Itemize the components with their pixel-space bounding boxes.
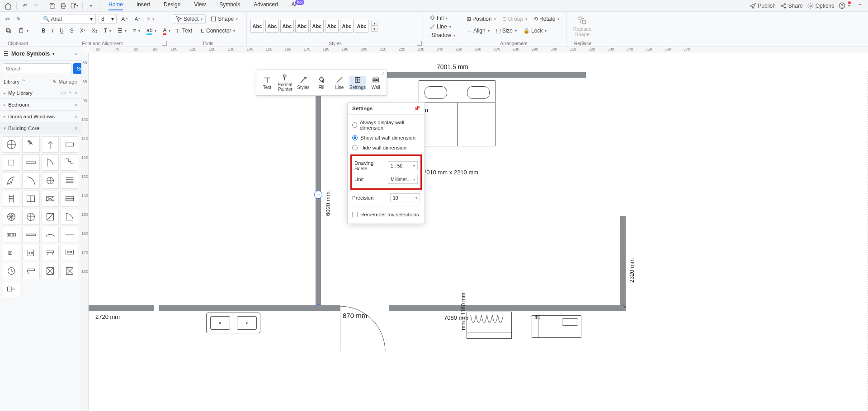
font-name-select[interactable]: 🔍 Arial▾ bbox=[40, 14, 96, 24]
bullets-button[interactable]: ≡▾ bbox=[131, 27, 142, 35]
furniture-wardrobe[interactable] bbox=[419, 80, 495, 146]
highlight-button[interactable]: ab▾ bbox=[145, 26, 158, 36]
position-button[interactable]: ⊞ Position▾ bbox=[465, 15, 498, 23]
tab-design[interactable]: Design bbox=[164, 1, 180, 10]
drawing-canvas[interactable]: 7001.5 mm ↔ 6020 mm 2010 mm x 2210 mm m bbox=[89, 53, 868, 411]
tab-ai[interactable]: AIhot bbox=[292, 1, 306, 10]
add-icon[interactable]: + bbox=[69, 90, 72, 96]
symbol-clock[interactable] bbox=[3, 263, 20, 279]
symbol-outlet[interactable] bbox=[22, 245, 40, 261]
style-preset-1[interactable]: Abc bbox=[250, 20, 264, 33]
symbol-stair-curve1[interactable] bbox=[3, 173, 20, 189]
group-button[interactable]: ⊡ Group▾ bbox=[500, 15, 529, 23]
unit-select[interactable]: Millimet...▾ bbox=[388, 175, 418, 184]
lock-button[interactable]: 🔒 Lock▾ bbox=[521, 27, 548, 35]
symbol-diag[interactable] bbox=[42, 209, 59, 225]
fill-button[interactable]: Fill▾ bbox=[428, 14, 457, 22]
text-tool-button[interactable]: Text bbox=[173, 27, 194, 35]
decrease-font-icon[interactable]: A⁻ bbox=[133, 15, 142, 23]
symbol-hatch[interactable] bbox=[42, 191, 59, 207]
chevron-up-icon[interactable]: ⌃ bbox=[21, 79, 26, 85]
style-preset-5[interactable]: Abc bbox=[310, 20, 324, 33]
cat-my-library[interactable]: ▸My Library▭+× bbox=[0, 87, 81, 98]
save-icon[interactable] bbox=[48, 1, 57, 10]
help-icon[interactable]: ▾ bbox=[839, 2, 850, 9]
size-button[interactable]: ⬚ Size▾ bbox=[494, 27, 519, 35]
options-button[interactable]: Options bbox=[807, 3, 834, 9]
symbol-hatch2[interactable] bbox=[61, 191, 78, 207]
symbol-grate[interactable] bbox=[3, 227, 20, 243]
italic-button[interactable]: I bbox=[50, 27, 55, 35]
symbol-search-input[interactable] bbox=[3, 63, 71, 74]
symbol-plan1[interactable] bbox=[22, 191, 40, 207]
paste-button[interactable]: ▾ bbox=[16, 27, 30, 35]
ft-format-painter[interactable]: Format Painter bbox=[277, 74, 293, 92]
cat-bedroom[interactable]: ▸Bedroom× bbox=[0, 98, 81, 110]
wall[interactable] bbox=[318, 305, 340, 311]
style-preset-3[interactable]: Abc bbox=[280, 20, 294, 33]
symbol-arc[interactable] bbox=[42, 227, 59, 243]
export-icon[interactable]: ▾ bbox=[70, 1, 79, 10]
replace-shape-button[interactable]: Replace Shape ⁃ bbox=[571, 13, 594, 44]
collapse-panel-icon[interactable]: « bbox=[74, 51, 77, 57]
copy-button[interactable] bbox=[4, 27, 14, 35]
symbol-xbox1[interactable] bbox=[42, 263, 59, 279]
symbol-counter[interactable] bbox=[22, 263, 40, 279]
subscript-button[interactable]: X₂ bbox=[90, 27, 99, 35]
increase-font-icon[interactable]: A⁺ bbox=[119, 15, 130, 23]
radio-hide[interactable]: Hide wall dimension bbox=[352, 143, 420, 153]
symbol-square[interactable] bbox=[3, 154, 20, 171]
symbol-switch[interactable] bbox=[3, 245, 20, 261]
close-icon[interactable]: × bbox=[74, 102, 77, 107]
remember-checkbox[interactable]: Remember my selections bbox=[352, 208, 420, 221]
align-button[interactable]: ⫠ Align▾ bbox=[465, 27, 491, 35]
symbol-beam[interactable] bbox=[22, 227, 40, 243]
symbol-stair-curve2[interactable] bbox=[22, 173, 40, 189]
format-painter-button[interactable]: ✎ bbox=[14, 15, 23, 23]
wall[interactable] bbox=[462, 305, 585, 311]
share-button[interactable]: Share bbox=[780, 3, 803, 9]
pin-icon[interactable]: 📌 bbox=[414, 105, 420, 112]
symbol-compass[interactable] bbox=[3, 136, 20, 153]
style-preset-4[interactable]: Abc bbox=[295, 20, 309, 33]
dialog-launcher-icon[interactable] bbox=[417, 41, 422, 46]
symbol-north[interactable]: N bbox=[22, 136, 40, 153]
case-button[interactable]: T▾ bbox=[102, 27, 113, 35]
cat-building-core[interactable]: ▾Building Core× bbox=[0, 122, 81, 134]
ft-text[interactable]: Text bbox=[259, 76, 275, 90]
wall[interactable] bbox=[89, 305, 154, 311]
line-spacing-button[interactable]: ☰▾ bbox=[116, 27, 128, 35]
expand-icon[interactable]: ⤢ bbox=[381, 71, 385, 76]
rotate-button[interactable]: ⟲ Rotate▾ bbox=[532, 15, 561, 23]
publish-button[interactable]: Publish bbox=[750, 3, 775, 9]
style-preset-8[interactable]: Abc bbox=[355, 20, 368, 33]
resize-handle-icon[interactable]: ↔ bbox=[314, 191, 322, 199]
ft-line[interactable]: Line bbox=[331, 76, 348, 90]
symbol-line[interactable] bbox=[61, 227, 78, 243]
radio-always[interactable]: Always display wall dimension bbox=[352, 117, 420, 133]
ft-styles[interactable]: Styles bbox=[295, 76, 311, 90]
symbol-radial1[interactable] bbox=[3, 209, 20, 225]
tab-home[interactable]: Home bbox=[108, 1, 123, 10]
font-size-select[interactable]: 8▾ bbox=[99, 14, 117, 24]
close-icon[interactable]: × bbox=[74, 114, 77, 119]
cut-button[interactable]: ✂ bbox=[4, 15, 12, 23]
furniture-radiator-base[interactable] bbox=[467, 332, 512, 339]
wall[interactable] bbox=[389, 305, 462, 311]
symbol-radial2[interactable] bbox=[22, 209, 40, 225]
dialog-launcher-icon[interactable] bbox=[162, 41, 167, 46]
scale-select[interactable]: 1 : 50▾ bbox=[388, 161, 418, 170]
more-icon[interactable]: ⋯ bbox=[380, 89, 385, 94]
style-scroll-down-icon[interactable]: ▾ bbox=[371, 27, 377, 32]
bold-button[interactable]: B bbox=[40, 27, 47, 35]
connector-tool-button[interactable]: Connector▾ bbox=[197, 27, 237, 35]
manage-button[interactable]: ✎Manage bbox=[52, 79, 77, 85]
ft-settings[interactable]: Settings bbox=[349, 76, 366, 90]
superscript-button[interactable]: X² bbox=[78, 27, 87, 35]
symbol-arrow-up[interactable] bbox=[42, 136, 59, 153]
shadow-button[interactable]: Shadow▾ bbox=[428, 31, 457, 39]
symbol-corner[interactable] bbox=[61, 209, 78, 225]
ft-wall[interactable]: Wall bbox=[368, 76, 384, 90]
tab-symbols[interactable]: Symbols bbox=[219, 1, 240, 10]
qat-customize-icon[interactable]: ▾ bbox=[86, 1, 95, 10]
